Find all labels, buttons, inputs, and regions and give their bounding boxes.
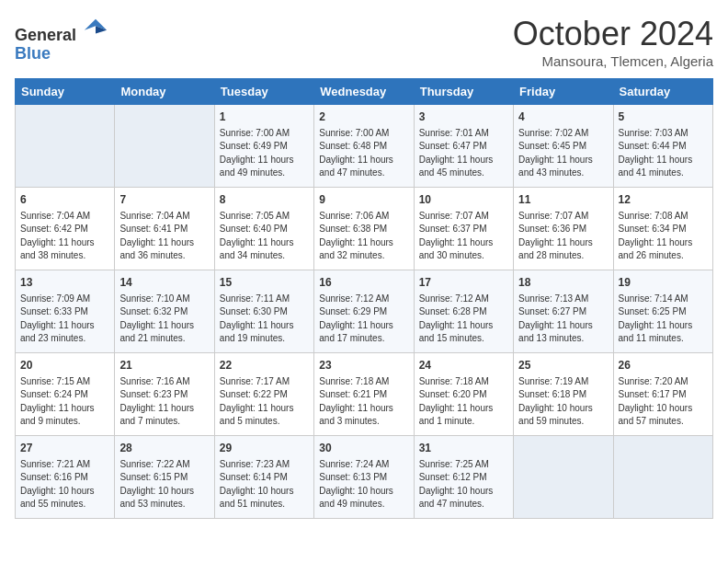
calendar-cell: 12Sunrise: 7:08 AM Sunset: 6:34 PM Dayli… xyxy=(613,188,712,270)
calendar-week-row: 6Sunrise: 7:04 AM Sunset: 6:42 PM Daylig… xyxy=(16,188,713,270)
day-info: Sunrise: 7:23 AM Sunset: 6:14 PM Dayligh… xyxy=(220,458,309,511)
day-info: Sunrise: 7:13 AM Sunset: 6:27 PM Dayligh… xyxy=(518,293,608,346)
day-header-friday: Friday xyxy=(514,79,613,105)
calendar-cell: 1Sunrise: 7:00 AM Sunset: 6:49 PM Daylig… xyxy=(214,105,313,188)
calendar-cell: 27Sunrise: 7:21 AM Sunset: 6:16 PM Dayli… xyxy=(16,436,115,519)
day-number: 7 xyxy=(119,192,209,208)
day-info: Sunrise: 7:04 AM Sunset: 6:42 PM Dayligh… xyxy=(20,210,109,263)
calendar-cell xyxy=(514,436,613,519)
calendar-cell: 16Sunrise: 7:12 AM Sunset: 6:29 PM Dayli… xyxy=(314,270,414,353)
day-info: Sunrise: 7:00 AM Sunset: 6:49 PM Dayligh… xyxy=(220,127,309,180)
day-number: 16 xyxy=(319,275,408,291)
day-number: 5 xyxy=(619,109,708,125)
day-info: Sunrise: 7:06 AM Sunset: 6:38 PM Dayligh… xyxy=(319,210,408,263)
day-number: 21 xyxy=(119,358,209,373)
title-block: October 2024 Mansoura, Tlemcen, Algeria xyxy=(513,15,713,69)
day-header-sunday: Sunday xyxy=(16,79,115,105)
day-header-tuesday: Tuesday xyxy=(214,79,313,105)
day-info: Sunrise: 7:05 AM Sunset: 6:40 PM Dayligh… xyxy=(220,210,309,263)
day-number: 4 xyxy=(518,109,608,125)
day-info: Sunrise: 7:12 AM Sunset: 6:29 PM Dayligh… xyxy=(319,293,408,346)
day-number: 10 xyxy=(419,192,508,208)
calendar-cell: 15Sunrise: 7:11 AM Sunset: 6:30 PM Dayli… xyxy=(214,270,313,353)
day-info: Sunrise: 7:09 AM Sunset: 6:33 PM Dayligh… xyxy=(20,293,109,346)
day-info: Sunrise: 7:18 AM Sunset: 6:21 PM Dayligh… xyxy=(319,375,408,429)
day-info: Sunrise: 7:20 AM Sunset: 6:17 PM Dayligh… xyxy=(619,375,708,429)
logo-blue: Blue xyxy=(15,44,51,63)
day-info: Sunrise: 7:24 AM Sunset: 6:13 PM Dayligh… xyxy=(319,458,408,511)
calendar-cell: 30Sunrise: 7:24 AM Sunset: 6:13 PM Dayli… xyxy=(314,436,414,519)
calendar-cell: 5Sunrise: 7:03 AM Sunset: 6:44 PM Daylig… xyxy=(613,105,712,188)
location-title: Mansoura, Tlemcen, Algeria xyxy=(513,53,713,69)
calendar-table: SundayMondayTuesdayWednesdayThursdayFrid… xyxy=(15,78,713,519)
day-number: 1 xyxy=(220,109,309,125)
calendar-cell: 20Sunrise: 7:15 AM Sunset: 6:24 PM Dayli… xyxy=(16,353,115,436)
calendar-cell: 17Sunrise: 7:12 AM Sunset: 6:28 PM Dayli… xyxy=(414,270,513,353)
day-header-saturday: Saturday xyxy=(613,79,712,105)
day-info: Sunrise: 7:19 AM Sunset: 6:18 PM Dayligh… xyxy=(518,375,608,429)
calendar-cell: 29Sunrise: 7:23 AM Sunset: 6:14 PM Dayli… xyxy=(214,436,313,519)
calendar-cell: 21Sunrise: 7:16 AM Sunset: 6:23 PM Dayli… xyxy=(115,353,214,436)
day-number: 24 xyxy=(419,358,508,373)
calendar-cell: 9Sunrise: 7:06 AM Sunset: 6:38 PM Daylig… xyxy=(314,188,414,270)
logo: General Blue xyxy=(15,15,108,63)
calendar-cell: 7Sunrise: 7:04 AM Sunset: 6:41 PM Daylig… xyxy=(115,188,214,270)
calendar-cell: 14Sunrise: 7:10 AM Sunset: 6:32 PM Dayli… xyxy=(115,270,214,353)
day-info: Sunrise: 7:16 AM Sunset: 6:23 PM Dayligh… xyxy=(119,375,209,429)
calendar-week-row: 1Sunrise: 7:00 AM Sunset: 6:49 PM Daylig… xyxy=(16,105,713,188)
calendar-cell: 22Sunrise: 7:17 AM Sunset: 6:22 PM Dayli… xyxy=(214,353,313,436)
day-info: Sunrise: 7:00 AM Sunset: 6:48 PM Dayligh… xyxy=(319,127,408,180)
calendar-week-row: 27Sunrise: 7:21 AM Sunset: 6:16 PM Dayli… xyxy=(16,436,713,519)
calendar-cell: 19Sunrise: 7:14 AM Sunset: 6:25 PM Dayli… xyxy=(613,270,712,353)
month-title: October 2024 xyxy=(513,15,713,53)
day-header-thursday: Thursday xyxy=(414,79,513,105)
day-number: 15 xyxy=(220,275,309,291)
day-number: 19 xyxy=(619,275,708,291)
day-info: Sunrise: 7:12 AM Sunset: 6:28 PM Dayligh… xyxy=(419,293,508,346)
day-number: 17 xyxy=(419,275,508,291)
day-number: 12 xyxy=(619,192,708,208)
calendar-cell: 25Sunrise: 7:19 AM Sunset: 6:18 PM Dayli… xyxy=(514,353,613,436)
day-header-wednesday: Wednesday xyxy=(314,79,414,105)
day-header-monday: Monday xyxy=(115,79,214,105)
calendar-cell: 18Sunrise: 7:13 AM Sunset: 6:27 PM Dayli… xyxy=(514,270,613,353)
calendar-cell: 2Sunrise: 7:00 AM Sunset: 6:48 PM Daylig… xyxy=(314,105,414,188)
day-info: Sunrise: 7:03 AM Sunset: 6:44 PM Dayligh… xyxy=(619,127,708,180)
day-info: Sunrise: 7:25 AM Sunset: 6:12 PM Dayligh… xyxy=(419,458,508,511)
day-number: 6 xyxy=(20,192,109,208)
day-number: 2 xyxy=(319,109,408,125)
day-number: 14 xyxy=(119,275,209,291)
day-info: Sunrise: 7:17 AM Sunset: 6:22 PM Dayligh… xyxy=(220,375,309,429)
calendar-cell: 13Sunrise: 7:09 AM Sunset: 6:33 PM Dayli… xyxy=(16,270,115,353)
calendar-cell: 11Sunrise: 7:07 AM Sunset: 6:36 PM Dayli… xyxy=(514,188,613,270)
calendar-week-row: 20Sunrise: 7:15 AM Sunset: 6:24 PM Dayli… xyxy=(16,353,713,436)
page-header: General Blue October 2024 Mansoura, Tlem… xyxy=(15,15,713,69)
day-info: Sunrise: 7:07 AM Sunset: 6:36 PM Dayligh… xyxy=(518,210,608,263)
day-info: Sunrise: 7:08 AM Sunset: 6:34 PM Dayligh… xyxy=(619,210,708,263)
calendar-cell: 24Sunrise: 7:18 AM Sunset: 6:20 PM Dayli… xyxy=(414,353,513,436)
day-info: Sunrise: 7:21 AM Sunset: 6:16 PM Dayligh… xyxy=(20,458,109,511)
day-number: 9 xyxy=(319,192,408,208)
day-number: 20 xyxy=(20,358,109,373)
calendar-cell: 10Sunrise: 7:07 AM Sunset: 6:37 PM Dayli… xyxy=(414,188,513,270)
calendar-cell: 8Sunrise: 7:05 AM Sunset: 6:40 PM Daylig… xyxy=(214,188,313,270)
logo-general: General xyxy=(15,26,76,44)
day-info: Sunrise: 7:11 AM Sunset: 6:30 PM Dayligh… xyxy=(220,293,309,346)
calendar-week-row: 13Sunrise: 7:09 AM Sunset: 6:33 PM Dayli… xyxy=(16,270,713,353)
logo-line1: General xyxy=(15,15,108,45)
day-number: 30 xyxy=(319,441,408,456)
calendar-cell: 4Sunrise: 7:02 AM Sunset: 6:45 PM Daylig… xyxy=(514,105,613,188)
calendar-cell xyxy=(16,105,115,188)
calendar-cell: 31Sunrise: 7:25 AM Sunset: 6:12 PM Dayli… xyxy=(414,436,513,519)
day-number: 18 xyxy=(518,275,608,291)
calendar-cell: 23Sunrise: 7:18 AM Sunset: 6:21 PM Dayli… xyxy=(314,353,414,436)
day-number: 28 xyxy=(119,441,209,456)
calendar-cell: 6Sunrise: 7:04 AM Sunset: 6:42 PM Daylig… xyxy=(16,188,115,270)
day-info: Sunrise: 7:14 AM Sunset: 6:25 PM Dayligh… xyxy=(619,293,708,346)
day-info: Sunrise: 7:22 AM Sunset: 6:15 PM Dayligh… xyxy=(119,458,209,511)
day-number: 3 xyxy=(419,109,508,125)
calendar-cell: 3Sunrise: 7:01 AM Sunset: 6:47 PM Daylig… xyxy=(414,105,513,188)
day-info: Sunrise: 7:15 AM Sunset: 6:24 PM Dayligh… xyxy=(20,375,109,429)
calendar-cell: 28Sunrise: 7:22 AM Sunset: 6:15 PM Dayli… xyxy=(115,436,214,519)
day-number: 8 xyxy=(220,192,309,208)
